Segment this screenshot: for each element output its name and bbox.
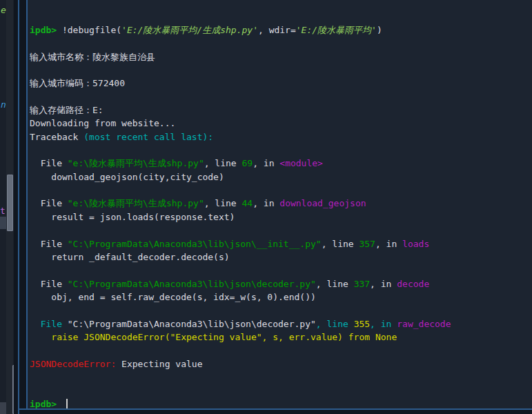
console-line: 输入城市编码：572400 <box>30 77 532 90</box>
console-text: , in <box>253 198 279 208</box>
console-line: obj, end = self.raw_decode(s, idx=_w(s, … <box>30 290 532 304</box>
error-message: Expecting value <box>116 359 202 369</box>
editor-scrollbar[interactable] <box>6 0 13 414</box>
console-text: result = json.loads(response.text) <box>30 212 235 222</box>
console-line: 输入城市名称：陵水黎族自治县 <box>30 50 532 63</box>
console-text: , line <box>316 279 354 289</box>
console-text: 337 <box>354 279 370 289</box>
console-text: raw_decode <box>397 319 451 329</box>
console-text: raise JSONDecodeError("Expecting value",… <box>30 332 397 342</box>
console-text: 357 <box>359 239 375 249</box>
console-text: 输入城市名称：陵水黎族自治县 <box>30 52 155 62</box>
console-text: File <box>30 158 68 168</box>
console-text: File <box>30 198 68 208</box>
console-text: ) <box>377 25 382 35</box>
console-text: "e:\陵水暴雨平均\生成shp.py" <box>68 158 204 168</box>
console-text: File <box>30 319 68 329</box>
console-line: File "e:\陵水暴雨平均\生成shp.py", line 44, in d… <box>30 197 532 210</box>
console-text: (most recent call last): <box>83 132 213 142</box>
editor-code-fragment: n <box>1 99 6 111</box>
console-line: 输入存储路径：E: <box>30 103 532 117</box>
console-line: raise JSONDecodeError("Expecting value",… <box>30 331 532 344</box>
console-text: , line <box>204 158 242 168</box>
console-text: 输入城市编码：572400 <box>30 78 125 88</box>
text-cursor <box>66 399 68 408</box>
console-line <box>30 304 532 317</box>
console-line: File "e:\陵水暴雨平均\生成shp.py", line 69, in <… <box>30 157 532 170</box>
console-text: !debugfile( <box>62 25 121 35</box>
panel-border-line <box>18 0 19 414</box>
console-text: , wdir= <box>258 25 296 35</box>
ipdb-prompt: ipdb> <box>30 25 62 35</box>
console-text: "C:\ProgramData\Anaconda3\lib\json\decod… <box>68 319 316 329</box>
console-line: File "C:\ProgramData\Anaconda3\lib\json\… <box>30 317 532 331</box>
console-text: File <box>30 279 68 289</box>
console-text: File <box>30 239 68 249</box>
console-text: 输入存储路径：E: <box>30 105 104 115</box>
console-text: "C:\ProgramData\Anaconda3\lib\json\decod… <box>68 279 316 289</box>
editor-selection-flag <box>0 217 6 229</box>
console-line: File "C:\ProgramData\Anaconda3\lib\json\… <box>30 277 532 290</box>
editor-code-fragment: t <box>0 205 6 217</box>
console-text: , line <box>204 198 242 208</box>
console-line: Downloading from website... <box>30 117 532 130</box>
console-text: "C:\ProgramData\Anaconda3\lib\json\__ini… <box>68 239 322 249</box>
console-text: loads <box>402 239 429 249</box>
console-line: JSONDecodeError: Expecting value <box>30 357 532 371</box>
console-line <box>30 264 532 277</box>
console-line <box>30 63 532 77</box>
console-text: 'E:/陵水暴雨平均' <box>296 25 377 35</box>
console-line <box>30 144 532 157</box>
console-line: ipdb> !debugfile('E:/陵水暴雨平均/生成shp.py', w… <box>30 23 532 37</box>
console-text: , line <box>316 319 354 329</box>
console-text: return _default_decoder.decode(s) <box>30 252 230 262</box>
console-text: , in <box>370 279 397 289</box>
console-text: decode <box>397 279 429 289</box>
console-line <box>30 371 532 384</box>
console-text: obj, end = self.raw_decode(s, idx=_w(s, … <box>30 292 316 302</box>
console-line <box>30 37 532 50</box>
console-output: ipdb> !debugfile('E:/陵水暴雨平均/生成shp.py', w… <box>28 0 532 408</box>
console-text: , line <box>322 239 359 249</box>
console-text: 'E:/陵水暴雨平均/生成shp.py' <box>121 25 258 35</box>
console-line <box>30 90 532 103</box>
console-line <box>30 224 532 237</box>
console-line <box>30 384 532 397</box>
console-line: Traceback (most recent call last): <box>30 130 532 144</box>
console-line: File "C:\ProgramData\Anaconda3\lib\json\… <box>30 237 532 250</box>
console-text: download_geojson(city,city_code) <box>30 172 224 182</box>
console-line: ipdb> <box>30 397 532 408</box>
ipython-console-pane[interactable]: ipdb> !debugfile('E:/陵水暴雨平均/生成shp.py', w… <box>28 0 532 408</box>
console-text: <module> <box>279 158 323 168</box>
pane-splitter[interactable] <box>14 0 28 414</box>
error-name: JSONDecodeError: <box>30 359 116 369</box>
editor-code-fragment: e <box>1 4 6 17</box>
console-text: download_geojson <box>279 198 366 208</box>
panel-border-line <box>19 408 532 410</box>
console-text: 44 <box>242 198 253 208</box>
console-text: Traceback <box>30 132 83 142</box>
console-line: download_geojson(city,city_code) <box>30 170 532 184</box>
editor-scrollbar-thumb[interactable] <box>7 175 13 231</box>
console-text: 355 <box>354 319 370 329</box>
console-line <box>30 184 532 197</box>
console-text: , in <box>253 158 279 168</box>
console-line: result = json.loads(response.text) <box>30 210 532 224</box>
console-text: "e:\陵水暴雨平均\生成shp.py" <box>68 198 204 208</box>
console-line: return _default_decoder.decode(s) <box>30 250 532 264</box>
console-line <box>30 344 532 357</box>
spyder-window: { "colors": { "prompt": "#10b51a", "whit… <box>0 0 532 414</box>
ipdb-prompt: ipdb> <box>30 399 62 408</box>
console-text: , in <box>370 319 397 329</box>
console-text: 69 <box>242 158 253 168</box>
console-text: , in <box>375 239 402 249</box>
console-text: Downloading from website... <box>30 118 175 128</box>
